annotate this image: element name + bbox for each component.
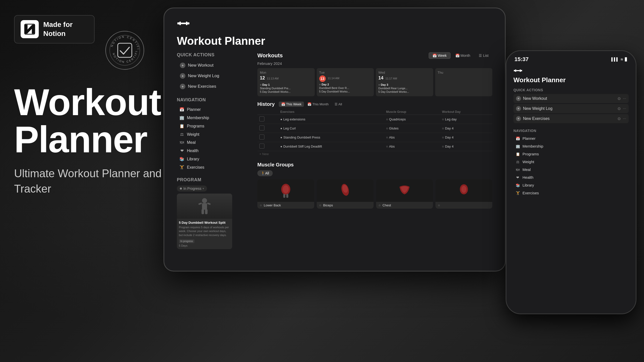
app-logo-icon xyxy=(177,18,190,30)
muscle-card-4[interactable]: ○ xyxy=(435,179,492,209)
muscle-card-chest[interactable]: ○ Chest xyxy=(376,179,433,209)
planner-icon: 📅 xyxy=(179,107,184,112)
date-12: 12 xyxy=(260,75,265,81)
svg-rect-21 xyxy=(286,194,288,198)
history-tabs: 📅 This Week 📅 This Month ☰ All xyxy=(279,102,345,107)
app-header xyxy=(177,18,492,30)
table-row: ●Leg extensions ○Quadriceps ○Leg day xyxy=(257,115,492,124)
phone-nav-meal[interactable]: 🍽 Meal xyxy=(513,166,629,173)
date-14: 14 xyxy=(378,75,383,81)
nav-item-programs[interactable]: 📋 Programs xyxy=(177,122,247,130)
exercises-label: Exercises xyxy=(187,165,204,170)
tab-week[interactable]: 📅 Week xyxy=(429,52,450,59)
svg-rect-17 xyxy=(205,209,208,214)
svg-point-19 xyxy=(283,185,289,193)
workouts-header: Workouts 📅 Week 📅 Month ☰ List xyxy=(257,52,492,59)
muscle-grid: ○ Lower Back xyxy=(257,179,492,209)
checkbox-3[interactable] xyxy=(259,134,264,140)
muscle-card-biceps[interactable]: ○ Biceps xyxy=(317,179,374,209)
nav-item-planner[interactable]: 📅 Planner xyxy=(177,106,247,113)
phone-programs-icon: 📋 xyxy=(515,152,520,156)
more-icon-workout: ··· xyxy=(623,96,626,101)
history-tab-week[interactable]: 📅 This Week xyxy=(279,102,304,107)
history-tab-month[interactable]: 📅 This Month xyxy=(305,102,331,107)
navigation-label: Navigation xyxy=(177,97,247,103)
phone-nav-weight[interactable]: ⚖ Weight xyxy=(513,158,629,165)
new-workout-label: New Workout xyxy=(188,63,214,68)
weight-icon: ⚖ xyxy=(179,132,184,137)
phone-navigation-label: Navigation xyxy=(513,129,629,133)
tab-month[interactable]: 📅 Month xyxy=(452,52,474,59)
svg-rect-7 xyxy=(177,22,179,24)
nav-item-meal[interactable]: 🍽 Meal xyxy=(177,139,247,146)
settings-icon-exercises: ⚙ xyxy=(617,116,621,121)
phone-nav-library[interactable]: 📚 Library xyxy=(513,182,629,189)
nav-item-exercises[interactable]: 🏋 Exercises xyxy=(177,163,247,171)
phone-qa-new-exercises[interactable]: + New Exercises ⚙ ··· xyxy=(513,114,629,123)
phone-new-weight-label: New Weight Log xyxy=(523,106,552,111)
nav-item-health[interactable]: ❤ Health xyxy=(177,147,247,155)
nav-item-weight[interactable]: ⚖ Weight xyxy=(177,130,247,138)
muscle-all-button[interactable]: 🚶 All xyxy=(257,170,273,176)
quick-action-new-weight-log[interactable]: + New Weight Log xyxy=(177,71,247,81)
muscle-label-4: ○ xyxy=(435,202,492,209)
right-column: Workouts 📅 Week 📅 Month ☰ List xyxy=(257,52,492,261)
phone-frame: 15:37 ▌▌▌ ≋ ▊ Workout Planner xyxy=(506,50,636,314)
phone-qa-new-weight[interactable]: + New Weight Log ⚙ ··· xyxy=(513,104,629,113)
history-table: Exercises Muscle Group Workout Day ●Leg … xyxy=(257,109,492,151)
muscle-card-lower-back[interactable]: ○ Lower Back xyxy=(257,179,314,209)
day-3: Day 4 xyxy=(445,135,454,139)
muscle-groups-title: Muscle Groups xyxy=(257,162,492,168)
phone-nav-health[interactable]: ❤ Health xyxy=(513,174,629,181)
time-wed: 11:17 AM xyxy=(385,77,397,80)
workout-item-wed1: Dumbbell Rear Lunge... xyxy=(378,87,431,90)
muscle-4: Abs xyxy=(389,145,395,148)
phone-new-exercises-label: New Exercises xyxy=(523,116,550,121)
muscle-label-biceps: ○ Biceps xyxy=(317,202,374,209)
program-name: 5 Day Dumbbell Workout Split xyxy=(179,221,230,224)
nav-item-membership[interactable]: 🏢 Membership xyxy=(177,114,247,122)
exercise-name-2: Leg Curl xyxy=(283,126,296,130)
svg-rect-15 xyxy=(207,202,211,205)
phone-nav-programs[interactable]: 📋 Programs xyxy=(513,150,629,158)
phone-nav-planner[interactable]: 📅 Planner xyxy=(513,135,629,142)
program-description: Program requires 5 days of workouts per … xyxy=(179,225,230,237)
svg-rect-14 xyxy=(198,202,202,205)
day-1: Leg day xyxy=(445,117,457,121)
phone-nav-exercises[interactable]: 🏋 Exercises xyxy=(513,189,629,197)
checkbox-4[interactable] xyxy=(259,144,264,149)
quick-action-new-exercises[interactable]: + New Exercises xyxy=(177,82,247,91)
phone-plus-icon-workout: + xyxy=(516,96,521,101)
checkbox-1[interactable] xyxy=(259,116,264,121)
muscle-2: Glutes xyxy=(389,126,399,130)
history-tab-all[interactable]: ☰ All xyxy=(332,102,344,107)
phone-qa-new-workout[interactable]: + New Workout ⚙ ··· xyxy=(513,94,629,103)
quick-action-new-workout[interactable]: + New Workout xyxy=(177,61,247,70)
workout-item-wed2: 5 Day Dumbbell Worko... xyxy=(378,90,431,93)
checkbox-2[interactable] xyxy=(259,125,264,130)
phone-programs-label: Programs xyxy=(522,152,539,156)
program-status[interactable]: In Progress ▾ xyxy=(177,186,207,192)
phone-nav-membership[interactable]: 🏢 Membership xyxy=(513,143,629,150)
tab-list[interactable]: ☰ List xyxy=(475,52,492,59)
col-muscle: Muscle Group xyxy=(384,109,440,115)
table-row: ●Dumbbell Stiff Leg Deadlift ○Abs ○Day 4 xyxy=(257,142,492,151)
day-label-mon: Mon xyxy=(260,71,312,74)
phone-app-title: Workout Planner xyxy=(513,76,629,84)
tablet-frame: Workout Planner Quick Actions + New Work… xyxy=(164,8,506,272)
health-icon: ❤ xyxy=(179,148,184,153)
battery-icon: ▊ xyxy=(625,57,628,61)
calendar-cell-wed: Wed 14 11:17 AM ○ Day 3 Dumbbell Rear Lu… xyxy=(376,68,433,96)
add-new-row[interactable]: + New xyxy=(257,151,492,157)
time-mon: 11:13 AM xyxy=(267,77,278,80)
plus-icon-workout: + xyxy=(180,63,185,68)
muscle-1: Quadriceps xyxy=(389,117,406,121)
nav-item-library[interactable]: 📚 Library xyxy=(177,155,247,163)
quick-actions-label: Quick Actions xyxy=(177,52,247,58)
program-card[interactable]: 5 Day Dumbbell Workout Split Program req… xyxy=(177,194,232,249)
health-label: Health xyxy=(187,149,198,153)
table-row: ●Standing Dumbbell Press ○Abs ○Day 4 xyxy=(257,133,492,142)
calendar-cell-mon: Mon 12 11:13 AM ○ Day 1 Standing Dumbbel… xyxy=(257,68,315,96)
svg-rect-30 xyxy=(521,70,522,71)
more-icon-weight: ··· xyxy=(623,106,626,111)
